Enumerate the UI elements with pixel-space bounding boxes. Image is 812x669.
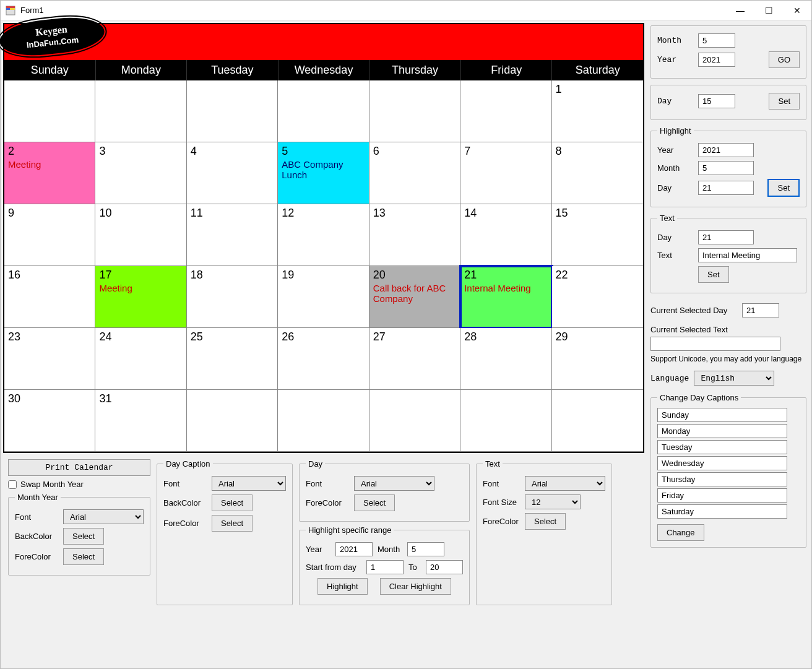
daycap-backcolor-button[interactable]: Select xyxy=(212,494,253,511)
calendar-cell[interactable]: 11 xyxy=(187,204,278,266)
calendar-cell[interactable]: 6 xyxy=(369,142,460,204)
right-panel: Month Year GO Day Set xyxy=(648,23,809,666)
nav-year-input[interactable] xyxy=(698,53,735,67)
range-year-input[interactable] xyxy=(335,542,373,556)
cell-day-number: 24 xyxy=(99,330,182,343)
calendar-cell[interactable]: 13 xyxy=(369,204,460,266)
calendar-cell[interactable]: 23 xyxy=(4,328,95,390)
calendar-cell[interactable]: 8 xyxy=(552,142,643,204)
calendar-cell[interactable] xyxy=(460,390,551,452)
calendar-cell[interactable] xyxy=(4,80,95,142)
calendar-cell[interactable]: 9 xyxy=(4,204,95,266)
calendar-cell[interactable]: 29 xyxy=(552,328,643,390)
change-captions-button[interactable]: Change xyxy=(657,524,704,541)
calendar-cell[interactable]: 26 xyxy=(278,328,369,390)
month-year-group: Month Year Font Arial BackColor Select F… xyxy=(8,493,150,576)
bottom-panel: Print Calendar Swap Month Year Month Yea… xyxy=(3,457,644,608)
nav-month-input[interactable] xyxy=(698,33,735,48)
language-select[interactable]: English xyxy=(694,371,774,386)
day-caption: Thursday xyxy=(369,60,461,80)
calendar-cell[interactable]: 20Call back for ABC Company xyxy=(369,266,460,328)
calendar-cell[interactable]: 14 xyxy=(460,204,551,266)
caption-input[interactable] xyxy=(657,488,787,503)
hl-month-input[interactable] xyxy=(698,161,754,175)
calendar-cell[interactable]: 21Internal Meeting xyxy=(460,266,551,328)
clear-highlight-button[interactable]: Clear Highlight xyxy=(380,578,451,595)
daycap-font-select[interactable]: Arial xyxy=(212,476,286,491)
text-font-select[interactable]: Arial xyxy=(525,476,605,491)
cell-day-number: 10 xyxy=(99,207,182,220)
hl-year-input[interactable] xyxy=(698,143,754,157)
calendar-cell[interactable]: 3 xyxy=(95,142,186,204)
minimize-button[interactable]: ― xyxy=(726,1,754,20)
monthyear-font-select[interactable]: Arial xyxy=(63,509,144,524)
calendar-cell[interactable]: 25 xyxy=(187,328,278,390)
calendar-cell[interactable]: 4 xyxy=(187,142,278,204)
calendar: May 2021 KeygenInDaFun.Com SundayMondayT… xyxy=(3,23,644,453)
calendar-cell[interactable]: 27 xyxy=(369,328,460,390)
hl-set-button[interactable]: Set xyxy=(767,179,800,197)
calendar-cell[interactable] xyxy=(95,80,186,142)
calendar-cell[interactable] xyxy=(460,80,551,142)
calendar-cell[interactable]: 22 xyxy=(552,266,643,328)
svg-rect-3 xyxy=(10,8,15,10)
calendar-cell[interactable]: 1 xyxy=(552,80,643,142)
text-day-input[interactable] xyxy=(698,230,754,244)
calendar-cell[interactable]: 7 xyxy=(460,142,551,204)
cell-day-number: 14 xyxy=(464,207,547,220)
cell-day-number: 31 xyxy=(99,392,182,405)
caption-input[interactable] xyxy=(657,456,787,470)
calendar-cell[interactable]: 31 xyxy=(95,390,186,452)
range-start-input[interactable] xyxy=(366,560,404,574)
calendar-cell[interactable]: 19 xyxy=(278,266,369,328)
calendar-cell[interactable]: 2Meeting xyxy=(4,142,95,204)
swap-month-year-checkbox[interactable]: Swap Month Year xyxy=(8,480,150,489)
cell-day-number: 21 xyxy=(464,269,547,282)
calendar-cell[interactable]: 30 xyxy=(4,390,95,452)
calendar-cell[interactable]: 12 xyxy=(278,204,369,266)
calendar-cell[interactable] xyxy=(187,390,278,452)
calendar-cell[interactable]: 16 xyxy=(4,266,95,328)
nav-day-input[interactable] xyxy=(698,94,735,108)
calendar-cell[interactable] xyxy=(187,80,278,142)
monthyear-forecolor-button[interactable]: Select xyxy=(63,548,104,565)
day-set-button[interactable]: Set xyxy=(769,93,800,110)
cell-day-number: 5 xyxy=(282,145,365,158)
highlight-button[interactable]: Highlight xyxy=(317,578,368,595)
caption-input[interactable] xyxy=(657,424,787,438)
monthyear-backcolor-button[interactable]: Select xyxy=(63,528,104,545)
calendar-cell[interactable] xyxy=(552,390,643,452)
range-month-input[interactable] xyxy=(407,542,444,556)
calendar-cell[interactable] xyxy=(369,80,460,142)
caption-input[interactable] xyxy=(657,440,787,454)
calendar-cell[interactable]: 10 xyxy=(95,204,186,266)
maximize-button[interactable]: ☐ xyxy=(754,1,783,20)
calendar-cell[interactable] xyxy=(369,390,460,452)
print-calendar-button[interactable]: Print Calendar xyxy=(8,459,150,476)
text-fontsize-select[interactable]: 12 xyxy=(525,494,581,509)
swap-checkbox-input[interactable] xyxy=(8,480,17,489)
calendar-cell[interactable]: 5ABC Company Lunch xyxy=(278,142,369,204)
close-button[interactable]: ✕ xyxy=(783,1,811,20)
calendar-cell[interactable]: 24 xyxy=(95,328,186,390)
caption-input[interactable] xyxy=(657,408,787,422)
range-to-input[interactable] xyxy=(426,560,463,574)
calendar-cell[interactable]: 17Meeting xyxy=(95,266,186,328)
cell-day-number: 27 xyxy=(373,330,456,343)
calendar-cell[interactable] xyxy=(278,390,369,452)
caption-input[interactable] xyxy=(657,472,787,486)
text-set-button[interactable]: Set xyxy=(698,266,729,283)
calendar-cell[interactable] xyxy=(278,80,369,142)
calendar-cell[interactable]: 28 xyxy=(460,328,551,390)
day-font-select[interactable]: Arial xyxy=(354,476,434,491)
daycap-forecolor-button[interactable]: Select xyxy=(212,515,253,532)
cell-day-number: 20 xyxy=(373,269,456,282)
text-forecolor-button[interactable]: Select xyxy=(525,513,566,530)
calendar-cell[interactable]: 15 xyxy=(552,204,643,266)
caption-input[interactable] xyxy=(657,504,787,519)
hl-day-input[interactable] xyxy=(698,181,754,195)
go-button[interactable]: GO xyxy=(769,51,800,68)
day-forecolor-button[interactable]: Select xyxy=(354,494,395,511)
calendar-cell[interactable]: 18 xyxy=(187,266,278,328)
text-text-input[interactable] xyxy=(698,248,797,262)
